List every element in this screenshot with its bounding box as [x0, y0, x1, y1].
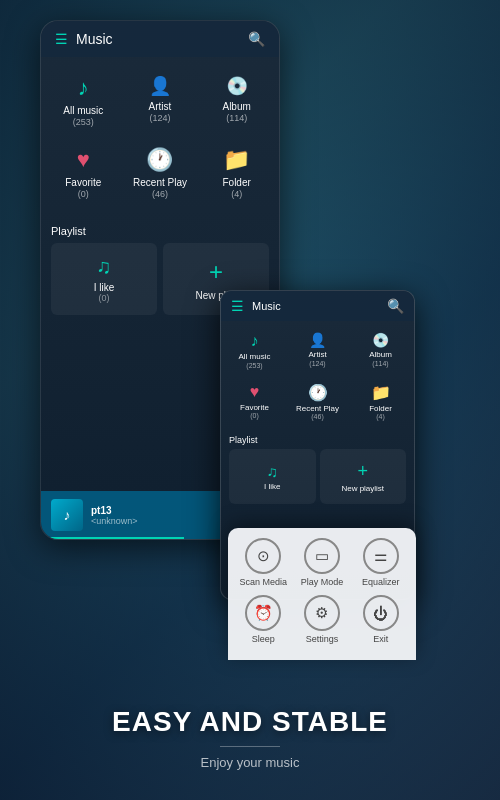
ov-recent-label: Recent Play [296, 404, 339, 414]
ov-playlist-section: Playlist ♫ I like + New playlist [221, 431, 414, 508]
ov-favorite-icon: ♥ [250, 383, 260, 401]
folder-label: Folder [222, 177, 250, 189]
allmusic-count: (253) [73, 117, 94, 127]
newplay-icon: + [209, 258, 223, 286]
ov-favorite-count: (0) [250, 412, 259, 419]
ov-recent[interactable]: 🕐 Recent Play (46) [286, 376, 349, 428]
play-mode-icon: ▭ [304, 538, 340, 574]
ov-allmusic[interactable]: ♪ All music (253) [223, 325, 286, 376]
equalizer-label: Equalizer [362, 577, 400, 587]
favorite-icon: ♥ [77, 147, 90, 173]
overlay-search-icon[interactable]: 🔍 [387, 298, 404, 314]
ilike-icon: ♫ [97, 255, 112, 278]
search-icon[interactable]: 🔍 [248, 31, 265, 47]
grid-item-artist[interactable]: 👤 Artist (124) [122, 65, 199, 137]
exit-icon: ⏻ [363, 595, 399, 631]
ov-favorite[interactable]: ♥ Favorite (0) [223, 376, 286, 428]
ov-album-count: (114) [372, 360, 388, 367]
ov-artist[interactable]: 👤 Artist (124) [286, 325, 349, 376]
popup-settings[interactable]: ⚙ Settings [294, 595, 349, 644]
ov-folder-icon: 📁 [371, 383, 391, 402]
favorite-label: Favorite [65, 177, 101, 189]
recent-icon: 🕐 [146, 147, 173, 173]
artist-label: Artist [149, 101, 172, 113]
bottom-tagline-section: EASY AND STABLE Enjoy your music [0, 706, 500, 770]
sleep-icon: ⏰ [245, 595, 281, 631]
grid-item-favorite[interactable]: ♥ Favorite (0) [45, 137, 122, 209]
recent-count: (46) [152, 189, 168, 199]
ov-newplay-icon: + [357, 461, 368, 482]
ov-allmusic-label: All music [238, 352, 270, 362]
album-label: Album [222, 101, 250, 113]
ov-artist-count: (124) [309, 360, 325, 367]
divider [220, 746, 280, 747]
popup-exit[interactable]: ⏻ Exit [353, 595, 408, 644]
ilike-playlist-item[interactable]: ♫ I like (0) [51, 243, 157, 315]
np-thumbnail: ♪ [51, 499, 83, 531]
overlay-header-left: ☰ Music [231, 298, 281, 314]
app-title: Music [76, 31, 113, 47]
ov-playlist-grid: ♫ I like + New playlist [229, 449, 406, 504]
ov-ilike[interactable]: ♫ I like [229, 449, 316, 504]
ov-album[interactable]: 💿 Album (114) [349, 325, 412, 376]
overlay-music-grid: ♪ All music (253) 👤 Artist (124) 💿 Album… [221, 321, 414, 431]
tagline-sub: Enjoy your music [0, 755, 500, 770]
popup-sleep[interactable]: ⏰ Sleep [236, 595, 291, 644]
sleep-label: Sleep [252, 634, 275, 644]
ov-album-label: Album [369, 350, 392, 360]
popup-menu: ⊙ Scan Media ▭ Play Mode ⚌ Equalizer ⏰ S… [228, 528, 416, 660]
overlay-header: ☰ Music 🔍 [221, 291, 414, 321]
popup-play-mode[interactable]: ▭ Play Mode [294, 538, 349, 587]
ov-playlist-heading: Playlist [229, 435, 406, 445]
favorite-count: (0) [78, 189, 89, 199]
folder-icon: 📁 [223, 147, 250, 173]
allmusic-icon: ♪ [78, 75, 89, 101]
ov-newplay-name: New playlist [341, 484, 384, 493]
overlay-menu-icon[interactable]: ☰ [231, 298, 244, 314]
scan-media-icon: ⊙ [245, 538, 281, 574]
folder-count: (4) [231, 189, 242, 199]
grid-item-allmusic[interactable]: ♪ All music (253) [45, 65, 122, 137]
ov-newplay[interactable]: + New playlist [320, 449, 407, 504]
ov-allmusic-count: (253) [246, 362, 262, 369]
ov-ilike-name: I like [264, 482, 280, 491]
ov-favorite-label: Favorite [240, 403, 269, 413]
main-music-grid: ♪ All music (253) 👤 Artist (124) 💿 Album… [41, 57, 279, 217]
popup-scan-media[interactable]: ⊙ Scan Media [236, 538, 291, 587]
settings-label: Settings [306, 634, 339, 644]
ov-folder[interactable]: 📁 Folder (4) [349, 376, 412, 428]
playlist-heading: Playlist [51, 225, 269, 237]
ov-artist-label: Artist [308, 350, 326, 360]
grid-item-folder[interactable]: 📁 Folder (4) [198, 137, 275, 209]
ilike-count: (0) [99, 293, 110, 303]
scan-media-label: Scan Media [240, 577, 288, 587]
overlay-app-title: Music [252, 300, 281, 312]
menu-icon[interactable]: ☰ [55, 31, 68, 47]
album-count: (114) [226, 113, 247, 123]
exit-label: Exit [373, 634, 388, 644]
ov-folder-count: (4) [376, 413, 385, 420]
ilike-name: I like [94, 282, 115, 293]
allmusic-label: All music [63, 105, 103, 117]
tagline-main: EASY AND STABLE [0, 706, 500, 738]
artist-count: (124) [149, 113, 170, 123]
ov-artist-icon: 👤 [309, 332, 326, 348]
ov-album-icon: 💿 [372, 332, 389, 348]
popup-row-2: ⏰ Sleep ⚙ Settings ⏻ Exit [234, 595, 410, 644]
artist-icon: 👤 [149, 75, 171, 97]
popup-equalizer[interactable]: ⚌ Equalizer [353, 538, 408, 587]
ov-folder-label: Folder [369, 404, 392, 414]
settings-icon: ⚙ [304, 595, 340, 631]
equalizer-icon: ⚌ [363, 538, 399, 574]
play-mode-label: Play Mode [301, 577, 344, 587]
grid-item-album[interactable]: 💿 Album (114) [198, 65, 275, 137]
ov-allmusic-icon: ♪ [251, 332, 259, 350]
ov-recent-icon: 🕐 [308, 383, 328, 402]
popup-row-1: ⊙ Scan Media ▭ Play Mode ⚌ Equalizer [234, 538, 410, 587]
ov-recent-count: (46) [311, 413, 323, 420]
np-progress-bar [41, 537, 184, 539]
album-icon: 💿 [226, 75, 248, 97]
recent-label: Recent Play [133, 177, 187, 189]
main-header: ☰ Music 🔍 [41, 21, 279, 57]
grid-item-recent[interactable]: 🕐 Recent Play (46) [122, 137, 199, 209]
